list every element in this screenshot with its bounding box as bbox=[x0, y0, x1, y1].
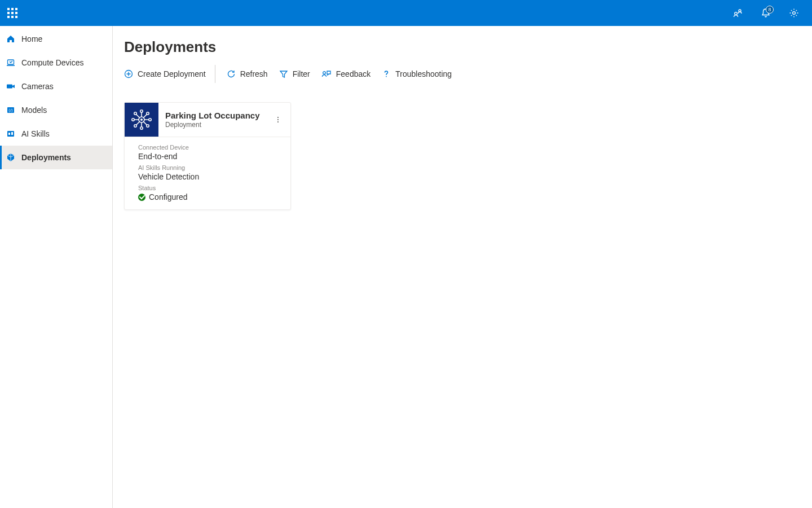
model-icon: ⟨/⟩ bbox=[6, 105, 16, 115]
svg-point-17 bbox=[132, 119, 134, 121]
sidebar-item-label: Compute Devices bbox=[21, 58, 84, 67]
svg-point-25 bbox=[277, 121, 279, 122]
sidebar-item-models[interactable]: ⟨/⟩ Models bbox=[0, 98, 112, 122]
status-value: Configured bbox=[149, 192, 188, 202]
sidebar-item-label: Home bbox=[21, 34, 42, 43]
create-deployment-button[interactable]: Create Deployment bbox=[124, 65, 215, 83]
ai-skills-icon bbox=[6, 129, 16, 139]
page-title: Deployments bbox=[124, 38, 801, 56]
card-more-icon[interactable] bbox=[271, 113, 285, 126]
sidebar-item-compute-devices[interactable]: Compute Devices bbox=[0, 51, 112, 75]
svg-rect-7 bbox=[7, 131, 14, 137]
ai-skills-value: Vehicle Detection bbox=[138, 172, 280, 181]
svg-point-24 bbox=[277, 119, 279, 120]
notification-badge: 8 bbox=[766, 6, 774, 14]
sidebar-item-label: Models bbox=[21, 106, 47, 115]
body: Home Compute Devices Cameras ⟨/⟩ Models … bbox=[0, 26, 812, 508]
ai-skills-label: AI Skills Running bbox=[138, 164, 280, 171]
svg-point-12 bbox=[386, 76, 387, 77]
feedback-button[interactable]: Feedback bbox=[321, 65, 370, 83]
toolbar-label: Troubleshooting bbox=[395, 69, 452, 78]
svg-point-1 bbox=[739, 10, 741, 12]
toolbar-label: Create Deployment bbox=[138, 69, 206, 78]
toolbar-label: Filter bbox=[293, 69, 310, 78]
toolbar: Create Deployment Refresh Filter Feedbac… bbox=[124, 62, 801, 86]
topbar: 8 bbox=[0, 0, 812, 26]
deployment-card[interactable]: Parking Lot Occupancy Deployment Connect… bbox=[124, 102, 291, 210]
help-icon bbox=[382, 69, 391, 78]
svg-text:⟨/⟩: ⟨/⟩ bbox=[8, 108, 13, 112]
feedback-icon bbox=[321, 69, 332, 78]
card-title: Parking Lot Occupancy bbox=[165, 111, 264, 120]
home-icon bbox=[6, 34, 16, 44]
sidebar-item-label: Deployments bbox=[21, 153, 71, 162]
sidebar-item-label: AI Skills bbox=[21, 129, 50, 138]
svg-point-2 bbox=[793, 12, 796, 15]
svg-rect-8 bbox=[8, 133, 10, 135]
status-label: Status bbox=[138, 185, 280, 191]
svg-point-0 bbox=[735, 12, 738, 15]
filter-icon bbox=[279, 69, 288, 78]
svg-rect-9 bbox=[11, 132, 13, 135]
toolbar-label: Feedback bbox=[336, 69, 370, 78]
add-circle-icon bbox=[124, 69, 133, 78]
card-title-wrap: Parking Lot Occupancy Deployment bbox=[165, 111, 264, 129]
troubleshooting-button[interactable]: Troubleshooting bbox=[382, 65, 452, 83]
sidebar: Home Compute Devices Cameras ⟨/⟩ Models … bbox=[0, 26, 113, 508]
directory-icon[interactable] bbox=[729, 4, 747, 22]
laptop-icon bbox=[6, 58, 16, 68]
svg-rect-3 bbox=[8, 60, 14, 64]
svg-point-16 bbox=[140, 127, 143, 129]
refresh-icon bbox=[227, 69, 236, 78]
camera-icon bbox=[6, 81, 16, 91]
sidebar-item-deployments[interactable]: Deployments bbox=[0, 146, 112, 169]
svg-point-11 bbox=[323, 72, 325, 75]
svg-point-14 bbox=[140, 119, 143, 121]
status-row: Configured bbox=[138, 192, 280, 202]
deployment-hero-icon bbox=[125, 103, 158, 137]
sidebar-item-ai-skills[interactable]: AI Skills bbox=[0, 122, 112, 146]
status-success-icon bbox=[138, 194, 145, 201]
connected-device-label: Connected Device bbox=[138, 144, 280, 151]
waffle-icon[interactable] bbox=[6, 6, 19, 20]
filter-button[interactable]: Filter bbox=[279, 65, 310, 83]
card-subtitle: Deployment bbox=[165, 121, 264, 129]
svg-point-18 bbox=[149, 119, 151, 121]
svg-point-15 bbox=[140, 110, 143, 112]
card-body: Connected Device End-to-end AI Skills Ru… bbox=[125, 137, 290, 209]
refresh-button[interactable]: Refresh bbox=[227, 65, 268, 83]
connected-device-value: End-to-end bbox=[138, 152, 280, 161]
card-header: Parking Lot Occupancy Deployment bbox=[125, 103, 290, 137]
main: Deployments Create Deployment Refresh Fi… bbox=[113, 26, 812, 508]
sidebar-item-home[interactable]: Home bbox=[0, 27, 112, 51]
topbar-right: 8 bbox=[729, 4, 807, 22]
toolbar-label: Refresh bbox=[240, 69, 268, 78]
settings-icon[interactable] bbox=[785, 4, 803, 22]
notifications-icon[interactable]: 8 bbox=[757, 4, 775, 22]
svg-point-23 bbox=[277, 117, 279, 118]
sidebar-item-label: Cameras bbox=[21, 82, 54, 91]
svg-rect-4 bbox=[7, 85, 12, 89]
sidebar-item-cameras[interactable]: Cameras bbox=[0, 75, 112, 98]
deployments-icon bbox=[6, 152, 16, 163]
